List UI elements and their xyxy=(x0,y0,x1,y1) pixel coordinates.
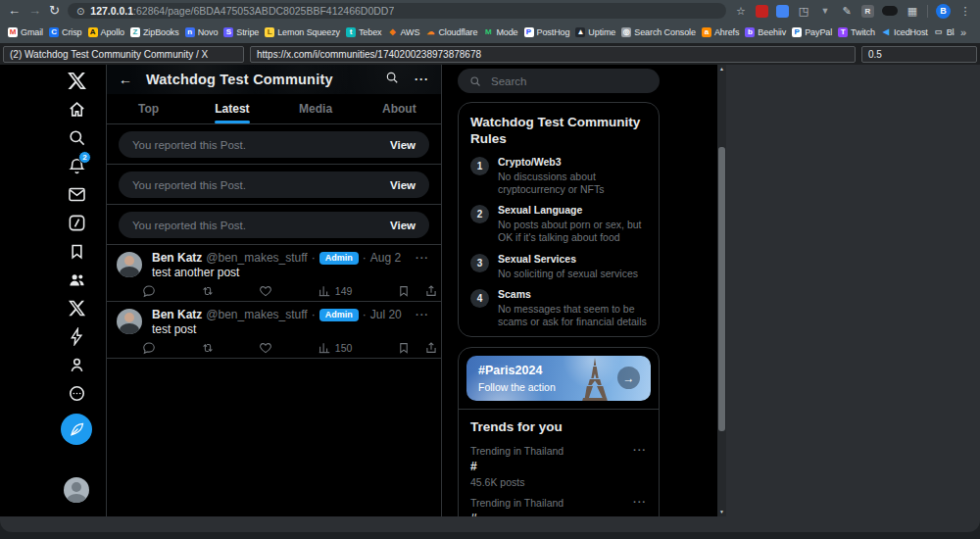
search-box[interactable] xyxy=(458,69,660,93)
view-button[interactable]: View xyxy=(390,179,416,191)
account-avatar[interactable] xyxy=(64,477,89,503)
trend-item[interactable]: Trending in Thailand # 45.6K posts ··· xyxy=(459,438,659,490)
bookmark-uptime[interactable]: ▲ Uptime xyxy=(575,27,615,37)
bookmark-tebex[interactable]: t Tebex xyxy=(346,27,382,37)
home-icon[interactable] xyxy=(59,97,94,121)
trend-more-icon[interactable]: ··· xyxy=(633,496,647,508)
scroll-down-icon[interactable]: ▼ xyxy=(717,508,726,516)
post-date[interactable]: Aug 2 xyxy=(370,251,401,265)
views-stat[interactable]: 149 xyxy=(318,284,353,298)
post-author-name[interactable]: Ben Katz xyxy=(152,251,202,265)
bookmarks-overflow-icon[interactable]: » xyxy=(955,26,972,38)
page-url-field[interactable]: https://x.com/i/communities/174020023897… xyxy=(250,46,856,63)
repost-icon[interactable] xyxy=(201,284,215,298)
tab-media[interactable]: Media xyxy=(274,94,358,123)
compose-post-button[interactable] xyxy=(61,414,92,445)
bookmark-search-console[interactable]: ◎ Search Console xyxy=(621,27,696,37)
bookmark-lemon-squeezy[interactable]: L Lemon Squeezy xyxy=(265,27,340,37)
address-bar[interactable]: ⊙ 127.0.0.1:62864/page/6BDA475053ABDC802… xyxy=(68,3,726,19)
x-logo-icon[interactable] xyxy=(59,69,94,92)
promo-arrow-button[interactable]: → xyxy=(617,367,640,389)
bookmark-crisp[interactable]: C Crisp xyxy=(49,27,82,37)
bookmark-blacklist[interactable]: ▭ Blacklist xyxy=(934,27,955,37)
explore-search-icon[interactable] xyxy=(59,125,94,149)
bookmark-paypal[interactable]: P PayPal xyxy=(792,27,832,37)
bookmark-novo[interactable]: n Novo xyxy=(185,27,219,37)
bookmark-aws[interactable]: ◆ AWS xyxy=(388,27,420,37)
notifications-bell-icon[interactable]: 2 xyxy=(59,154,94,177)
post[interactable]: Ben Katz @ben_makes_stuff · Admin · Jul … xyxy=(107,302,441,359)
trend-tag[interactable]: # xyxy=(470,460,647,473)
post-avatar[interactable] xyxy=(117,309,142,334)
scrollbar-thumb[interactable] xyxy=(718,147,725,431)
bookmark-icedhost[interactable]: ◀ IcedHost xyxy=(881,27,928,37)
trend-tag[interactable]: # xyxy=(470,512,647,516)
promo-hashtag[interactable]: #Paris2024 xyxy=(478,364,542,377)
profile-icon[interactable] xyxy=(59,353,94,376)
scale-field[interactable]: 0.5 xyxy=(861,46,977,63)
bookmarks-icon[interactable] xyxy=(59,239,94,263)
search-input[interactable] xyxy=(489,74,648,88)
post-date[interactable]: Jul 20 xyxy=(370,308,402,321)
tab-about[interactable]: About xyxy=(358,94,441,123)
extensions-puzzle-icon[interactable]: ▦ xyxy=(906,5,919,18)
share-icon[interactable] xyxy=(424,341,438,355)
post-more-icon[interactable]: ··· xyxy=(416,252,429,264)
post-author-name[interactable]: Ben Katz xyxy=(152,308,202,321)
screenshot-extension-icon[interactable]: ◳ xyxy=(797,5,810,18)
tab-latest[interactable]: Latest xyxy=(190,94,273,123)
post-more-icon[interactable]: ··· xyxy=(416,309,429,320)
bookmark-zipbooks[interactable]: Z ZipBooks xyxy=(130,27,179,37)
share-icon[interactable] xyxy=(424,284,438,298)
blue-shield-extension-icon[interactable] xyxy=(776,5,789,18)
repost-icon[interactable] xyxy=(201,341,215,355)
post[interactable]: Ben Katz @ben_makes_stuff · Admin · Aug … xyxy=(107,245,441,302)
reload-icon[interactable]: ↻ xyxy=(49,0,60,22)
bookmark-beehiiv[interactable]: b Beehiiv xyxy=(745,27,786,37)
back-icon[interactable]: ← xyxy=(8,0,21,22)
bookmark-twitch[interactable]: T Twitch xyxy=(838,27,875,37)
bookmark-gmail[interactable]: M Gmail xyxy=(8,27,43,37)
site-info-icon[interactable]: ⊙ xyxy=(76,6,84,17)
verified-orgs-lightning-icon[interactable] xyxy=(59,324,94,348)
post-author-handle[interactable]: @ben_makes_stuff xyxy=(206,251,307,265)
eyedropper-extension-icon[interactable]: ✎ xyxy=(840,5,854,18)
paris2024-promo-banner[interactable]: #Paris2024 Follow the action → xyxy=(466,356,651,401)
trend-item[interactable]: Trending in Thailand # 54.1K posts ··· xyxy=(459,490,659,516)
community-search-icon[interactable] xyxy=(385,71,399,88)
messages-icon[interactable] xyxy=(59,182,94,206)
v-extension-icon[interactable]: ▼ xyxy=(818,6,832,16)
browser-menu-icon[interactable]: ⋮ xyxy=(958,5,972,18)
bookmark-post-icon[interactable] xyxy=(397,341,411,355)
grok-icon[interactable] xyxy=(59,211,94,234)
dark-oval-extension-icon[interactable] xyxy=(882,6,898,16)
red-shield-extension-icon[interactable] xyxy=(756,5,768,18)
communities-icon[interactable] xyxy=(59,268,94,291)
scroll-up-icon[interactable]: ▲ xyxy=(717,65,726,74)
bookmark-ahrefs[interactable]: a Ahrefs xyxy=(702,27,739,37)
bookmark-star-icon[interactable]: ☆ xyxy=(734,5,748,18)
tab-top[interactable]: Top xyxy=(107,94,190,123)
tab-title-field[interactable]: (2) Watchdog Test Community Community / … xyxy=(3,46,244,63)
bookmark-apollo[interactable]: A Apollo xyxy=(88,27,124,37)
bookmark-stripe[interactable]: S Stripe xyxy=(223,27,259,37)
reply-icon[interactable] xyxy=(142,341,156,355)
reply-icon[interactable] xyxy=(142,284,156,298)
r-extension-icon[interactable]: R xyxy=(861,5,874,18)
like-icon[interactable] xyxy=(259,284,272,298)
community-more-icon[interactable]: ··· xyxy=(415,74,429,84)
browser-profile-avatar[interactable]: B xyxy=(936,4,951,19)
more-options-icon[interactable] xyxy=(59,381,94,405)
vertical-scrollbar[interactable]: ▲ ▼ xyxy=(717,65,726,516)
view-button[interactable]: View xyxy=(390,139,416,151)
trend-more-icon[interactable]: ··· xyxy=(633,444,647,456)
back-arrow-icon[interactable]: ← xyxy=(119,72,132,87)
premium-x-icon[interactable] xyxy=(59,296,94,319)
post-author-handle[interactable]: @ben_makes_stuff xyxy=(206,308,307,321)
bookmark-posthog[interactable]: P PostHog xyxy=(524,27,570,37)
bookmark-cloudflare[interactable]: ☁ Cloudflare xyxy=(425,27,477,37)
like-icon[interactable] xyxy=(259,341,272,355)
forward-icon[interactable]: → xyxy=(28,0,41,22)
bookmark-mode[interactable]: M Mode xyxy=(483,27,517,37)
view-button[interactable]: View xyxy=(390,220,416,231)
